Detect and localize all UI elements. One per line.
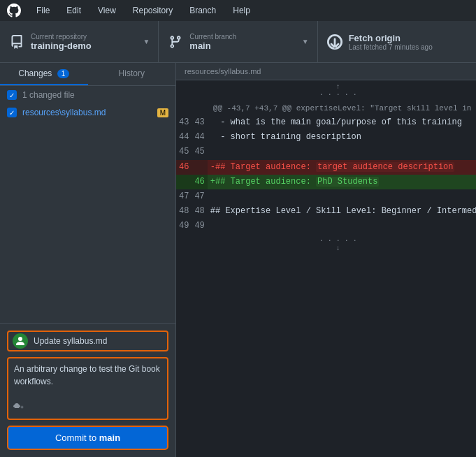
fetch-text: Fetch origin Last fetched 7 minutes ago — [349, 33, 433, 51]
commit-description-text: An arbitrary change to test the Git book… — [14, 363, 161, 388]
repo-text: Current repository training-demo — [31, 33, 92, 51]
avatar — [13, 333, 28, 349]
diff-line-44: 44 44 - short training description — [176, 130, 476, 145]
file-modified-badge: M — [157, 108, 168, 117]
right-panel: resources/syllabus.md ↑· · · · · @@ -43,… — [176, 63, 476, 457]
diff-spacer — [176, 255, 476, 395]
diff-filepath: resources/syllabus.md — [176, 63, 476, 80]
repo-chevron-icon: ▼ — [143, 38, 150, 45]
commit-description-wrapper: An arbitrary change to test the Git book… — [7, 357, 168, 420]
file-path: resources\syllabus.md — [22, 108, 154, 117]
diff-line-49: 49 49 — [176, 219, 476, 233]
branch-text: Current branch main — [189, 33, 236, 51]
add-co-author-icon[interactable] — [13, 401, 24, 414]
branch-selector[interactable]: Current branch main ▼ — [159, 21, 317, 62]
commit-title-row — [7, 331, 168, 351]
menu-edit[interactable]: Edit — [64, 4, 84, 17]
fetch-label-main: Fetch origin — [349, 33, 433, 43]
diff-expand-down[interactable]: · · · · ·↓ — [176, 234, 476, 255]
tabs: Changes 1 History — [0, 63, 175, 86]
spacer — [0, 121, 175, 323]
commit-btn-branch: main — [99, 433, 120, 443]
repo-icon — [8, 34, 25, 50]
diff-line-45: 45 45 — [176, 145, 476, 159]
main-content: Changes 1 History 1 changed file resourc… — [0, 63, 476, 457]
menu-view[interactable]: View — [95, 4, 119, 17]
diff-line-48: 48 48 ## Expertise Level / Skill Level: … — [176, 204, 476, 219]
fetch-icon — [326, 34, 343, 50]
repo-label-small: Current repository — [31, 33, 92, 41]
diff-hunk-header: @@ -43,7 +43,7 @@ expertiseLevel: "Targe… — [176, 101, 476, 115]
repo-label-main: training-demo — [31, 41, 92, 51]
file-list-header: 1 changed file — [0, 86, 175, 104]
file-item[interactable]: resources\syllabus.md M — [0, 104, 175, 121]
branch-icon — [167, 34, 184, 50]
commit-description-box: An arbitrary change to test the Git book… — [7, 357, 168, 420]
menu-branch[interactable]: Branch — [187, 4, 219, 17]
diff-expand-up[interactable]: ↑· · · · · — [176, 80, 476, 101]
diff-line-43: 43 43 - what is the main goal/purpose of… — [176, 115, 476, 130]
menu-help[interactable]: Help — [230, 4, 253, 17]
fetch-label-sub: Last fetched 7 minutes ago — [349, 43, 433, 51]
select-all-checkbox[interactable] — [7, 90, 17, 100]
menu-bar: File Edit View Repository Branch Help — [0, 0, 476, 21]
menu-repository[interactable]: Repository — [130, 4, 175, 17]
commit-button[interactable]: Commit to main — [7, 426, 168, 450]
github-logo-icon — [6, 2, 22, 19]
diff-line-47: 47 47 — [176, 189, 476, 204]
repo-selector[interactable]: Current repository training-demo ▼ — [0, 21, 159, 62]
removed-highlight: target audience description — [316, 162, 454, 172]
commit-area: An arbitrary change to test the Git book… — [0, 323, 175, 457]
tab-changes[interactable]: Changes 1 — [0, 63, 88, 85]
branch-label-main: main — [189, 41, 236, 51]
changes-badge: 1 — [57, 69, 70, 78]
diff-line-46-added: 46 +## Target audience: PhD Students — [176, 175, 476, 189]
file-checkbox[interactable] — [7, 108, 17, 117]
added-highlight: PhD Students — [316, 177, 379, 187]
fetch-origin-button[interactable]: Fetch origin Last fetched 7 minutes ago — [318, 21, 476, 62]
tab-history[interactable]: History — [88, 63, 176, 85]
commit-title-input[interactable] — [32, 333, 163, 349]
commit-btn-prefix: Commit to — [55, 433, 99, 443]
branch-label-small: Current branch — [189, 33, 236, 41]
diff-line-46-removed: 46 -## Target audience: target audience … — [176, 160, 476, 175]
menu-file[interactable]: File — [34, 4, 52, 17]
toolbar: Current repository training-demo ▼ Curre… — [0, 21, 476, 63]
branch-chevron-icon: ▼ — [302, 38, 309, 45]
diff-table: ↑· · · · · @@ -43,7 +43,7 @@ expertiseLe… — [176, 80, 476, 395]
left-panel: Changes 1 History 1 changed file resourc… — [0, 63, 176, 457]
